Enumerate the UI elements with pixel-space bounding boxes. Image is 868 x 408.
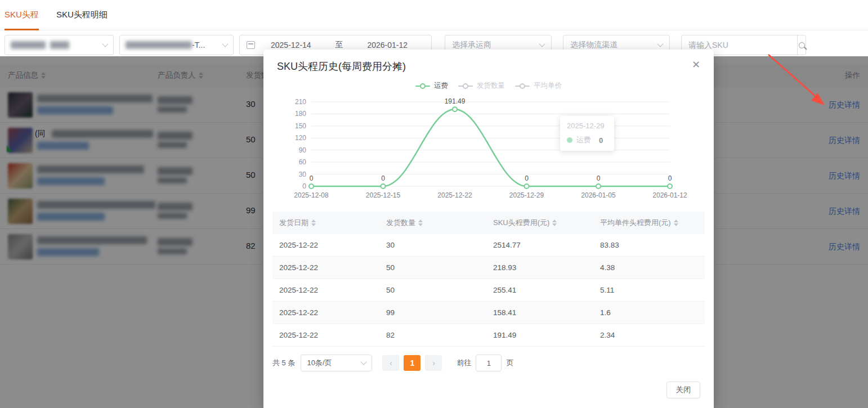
cell-fee: 158.41 — [486, 308, 593, 317]
data-point — [309, 184, 314, 189]
goto-page-input[interactable] — [476, 355, 502, 371]
chevron-down-icon — [102, 41, 108, 47]
legend-item-freight[interactable]: 运费 — [415, 81, 448, 91]
svg-text:30: 30 — [299, 171, 307, 178]
cell-ship-qty: 99 — [379, 308, 486, 317]
svg-text:2026-01-05: 2026-01-05 — [581, 191, 616, 199]
cell-fee: 218.93 — [486, 263, 593, 272]
svg-text:0: 0 — [310, 174, 314, 182]
cell-ship-qty: 50 — [379, 286, 486, 294]
series-dot-icon — [567, 137, 572, 143]
close-button[interactable]: 关闭 — [666, 382, 700, 398]
cell-avg-fee: 4.38 — [593, 263, 705, 272]
search-icon — [799, 42, 805, 48]
carrier-placeholder: 选择承运商 — [452, 40, 491, 50]
svg-text:0: 0 — [381, 174, 385, 182]
sku-history-modal: SKU头程历史(每周费用分摊) ✕ 运费 发货数量 平均单价 — [263, 50, 714, 408]
date-separator: 至 — [335, 40, 343, 50]
svg-text:2026-01-12: 2026-01-12 — [652, 191, 687, 199]
chevron-down-icon — [539, 41, 545, 47]
cell-ship-date: 2025-12-22 — [272, 308, 379, 317]
svg-text:210: 210 — [295, 98, 306, 106]
page: SKU头程 SKU头程明细 -T... 2025-12-14 至 2026-01… — [0, 0, 868, 408]
table-row: 2025-12-22 30 2514.77 83.83 — [272, 234, 705, 257]
cell-ship-qty: 30 — [379, 241, 486, 249]
next-page-button[interactable]: › — [425, 355, 442, 371]
legend-item-ship-qty[interactable]: 发货数量 — [458, 81, 505, 91]
col-avg-unit-fee[interactable]: 平均单件头程费用(元) — [593, 218, 705, 228]
line-series-icon — [415, 83, 430, 89]
col-ship-qty[interactable]: 发货数量 — [379, 218, 486, 228]
cell-avg-fee: 2.34 — [593, 331, 705, 339]
channel-placeholder: 选择物流渠道 — [570, 40, 618, 50]
history-table: 发货日期 发货数量 SKU头程费用(元) 平均单件头程费用(元) 2025-12… — [272, 212, 705, 347]
sort-icon[interactable] — [552, 219, 557, 226]
sort-icon[interactable] — [311, 219, 316, 226]
table-row: 2025-12-22 99 158.41 1.6 — [272, 302, 705, 324]
svg-text:2025-12-15: 2025-12-15 — [366, 191, 401, 199]
line-chart: 0 30 60 90 120 150 180 210 2025-12-08 20… — [263, 96, 714, 208]
chevron-down-icon — [361, 358, 367, 365]
svg-text:180: 180 — [295, 110, 306, 118]
sort-icon[interactable] — [418, 219, 423, 226]
current-page-button[interactable]: 1 — [404, 355, 420, 371]
svg-text:0: 0 — [668, 174, 672, 182]
date-end[interactable]: 2026-01-12 — [367, 41, 408, 50]
sort-icon[interactable] — [674, 219, 678, 226]
cell-fee: 2514.77 — [486, 241, 593, 249]
chevron-down-icon — [222, 41, 228, 47]
table-row: 2025-12-22 50 255.41 5.11 — [272, 279, 705, 302]
svg-text:0: 0 — [302, 182, 306, 190]
blurred-select-value — [11, 41, 46, 49]
store-select[interactable] — [5, 35, 114, 55]
page-size-select[interactable]: 10条/页 — [301, 355, 372, 371]
prev-page-button[interactable]: ‹ — [382, 355, 399, 371]
svg-text:60: 60 — [299, 158, 307, 166]
cell-ship-qty: 50 — [379, 263, 486, 272]
cell-ship-date: 2025-12-22 — [272, 286, 379, 294]
table-row: 2025-12-22 82 191.49 2.34 — [272, 324, 705, 347]
col-ship-date[interactable]: 发货日期 — [272, 218, 379, 228]
svg-text:191.49: 191.49 — [445, 97, 466, 105]
cell-ship-qty: 82 — [379, 331, 486, 339]
table-row: 2025-12-22 50 218.93 4.38 — [272, 257, 705, 279]
data-point — [525, 184, 529, 189]
search-button[interactable] — [797, 35, 806, 55]
svg-text:2025-12-08: 2025-12-08 — [294, 191, 329, 199]
svg-text:2025-12-29: 2025-12-29 — [509, 191, 544, 199]
product-select[interactable]: -T... — [119, 35, 234, 55]
pagination: 共 5 条 10条/页 ‹ 1 › 前往 页 — [272, 354, 513, 372]
data-point — [668, 184, 672, 189]
series-line-freight — [311, 109, 670, 186]
pagination-total: 共 5 条 — [272, 358, 295, 368]
chart-legend: 运费 发货数量 平均单价 — [263, 81, 714, 91]
cell-avg-fee: 1.6 — [593, 308, 705, 317]
history-table-header: 发货日期 发货数量 SKU头程费用(元) 平均单件头程费用(元) — [272, 212, 705, 234]
goto-label: 前往 — [457, 358, 471, 368]
cell-avg-fee: 5.11 — [593, 286, 705, 294]
cell-ship-date: 2025-12-22 — [272, 241, 379, 249]
cell-ship-date: 2025-12-22 — [272, 331, 379, 339]
svg-text:2025-12-22: 2025-12-22 — [437, 191, 472, 199]
data-point — [596, 184, 601, 189]
legend-item-avg-price[interactable]: 平均单价 — [515, 81, 562, 91]
data-point — [453, 107, 457, 111]
modal-title: SKU头程历史(每周费用分摊) — [277, 60, 406, 73]
cell-fee: 191.49 — [486, 331, 593, 339]
goto-unit: 页 — [506, 358, 513, 368]
col-first-leg-fee[interactable]: SKU头程费用(元) — [486, 218, 593, 228]
tooltip-date: 2025-12-29 — [567, 122, 607, 130]
tab-sku-first-leg-detail[interactable]: SKU头程明细 — [56, 0, 108, 30]
tab-sku-first-leg[interactable]: SKU头程 — [5, 0, 39, 30]
svg-text:0: 0 — [525, 174, 529, 182]
cell-ship-date: 2025-12-22 — [272, 263, 379, 272]
tooltip-series: 运费 — [576, 135, 591, 145]
line-series-icon — [458, 83, 473, 89]
data-point — [381, 184, 386, 189]
date-start[interactable]: 2025-12-14 — [271, 41, 311, 50]
cell-avg-fee: 83.83 — [593, 241, 705, 249]
blurred-select-value — [126, 41, 192, 49]
chart-tooltip: 2025-12-29 运费 0 — [560, 116, 614, 151]
close-icon[interactable]: ✕ — [690, 56, 703, 73]
svg-text:90: 90 — [299, 146, 307, 154]
